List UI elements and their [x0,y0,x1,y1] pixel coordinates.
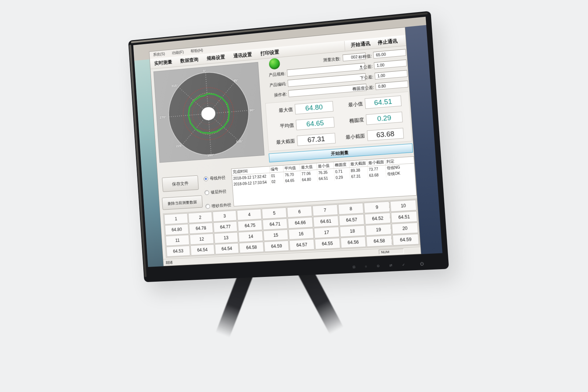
point-index: 4 [237,209,262,221]
screen: 系统(S) 功能(F) 帮助(H) 实时测量 数据查询 规格设置 通讯设置 打印… [133,17,442,267]
num-lock-indicator: NUM [379,249,404,255]
point-index: 9 [364,201,390,213]
menu-help[interactable]: 帮助(H) [190,48,203,54]
point-index: 1 [164,213,188,225]
polar-angle-90: 90° [250,108,255,112]
point-value: 64.71 [262,218,287,230]
client-area: 0° 45° 90° 135° 180° 225° 270° 315° 测量次数… [151,46,420,260]
monitor-bezel: 系统(S) 功能(F) 帮助(H) 实时测量 数据查询 规格设置 通讯设置 打印… [128,11,449,282]
product-code-label: 产品编码: [261,81,287,89]
point-index: 18 [340,225,366,237]
start-comm-button[interactable]: 开始通讯 [351,40,370,49]
polar-angle-180: 180° [207,153,214,157]
ovality-tolerance-input[interactable] [375,81,408,90]
history-table: 完成时间 编号 平均值 最大值 最小值 椭圆度 最大截面 最小截面 判定 [231,156,417,206]
cell-id: 02 [270,178,284,185]
polar-angle-135: 135° [236,139,243,143]
radio-sandblast-od[interactable]: 喷砂后外径 [205,202,232,209]
input-source-icon: ⇄ [389,264,392,267]
point-value: 64.58 [366,235,392,247]
point-value: 64.66 [288,217,313,229]
cell-min-section: 63.68 [368,171,386,178]
toolbar-spec-settings[interactable]: 规格设置 [207,54,225,62]
toolbar-realtime-measure[interactable]: 实时测量 [154,59,172,67]
polar-angle-0: 0° [203,68,206,73]
lower-tolerance-input[interactable] [374,70,408,79]
polar-chart: 0° 45° 90° 135° 180° 225° 270° 315° [153,62,264,163]
scene: 系统(S) 功能(F) 帮助(H) 实时测量 数据查询 规格设置 通讯设置 打印… [0,0,588,392]
cell-avg: 64.65 [284,177,301,184]
upper-tolerance-input[interactable] [374,60,407,69]
ovality-label: 椭圆度 [338,116,366,125]
menu-icon: ○ [365,265,367,268]
auto-adjust-icon: ⊙ [377,264,380,268]
point-index: 19 [365,224,391,236]
polar-angle-225: 225° [176,143,183,148]
results-panel: 最大值 64.80 最小值 64.51 平均值 64.65 椭圆度 0.29 [265,92,412,152]
max-section-value: 67.31 [297,133,336,146]
radio-plating-od[interactable]: 镀层外径 [204,189,226,195]
point-value: 64.52 [365,213,391,224]
point-index: 12 [190,234,214,245]
max-value-label: 最大值 [269,106,295,115]
point-value: 64.77 [213,221,238,232]
point-value: 64.57 [339,214,365,226]
monitor-stand-left-leg [216,269,254,338]
menu-system[interactable]: 系统(S) [153,51,165,58]
point-index: 15 [263,229,288,241]
radio-plating-od-label: 镀层外径 [211,189,226,195]
point-value: 64.54 [215,243,239,254]
point-value: 64.55 [315,238,340,250]
menu-function[interactable]: 功能(F) [172,50,184,56]
radio-dot-icon [204,177,208,182]
point-value: 64.57 [289,239,315,250]
save-file-button[interactable]: 保存文件 [162,175,199,192]
point-index: 10 [390,200,417,212]
delete-current-data-button[interactable]: 删除当前测量数据 [162,195,202,210]
point-value: 64.58 [239,242,264,253]
status-ready: 就绪 [165,260,173,266]
operator-label: 操作者: [262,92,287,99]
confirm-icon: ✓ [402,263,405,267]
point-index: 5 [262,207,287,219]
avg-value-label: 平均值 [270,122,296,130]
point-value: 64.59 [392,234,419,246]
toolbar-print-settings[interactable]: 打印设置 [260,49,279,57]
radio-sandblast-od-label: 喷砂后外径 [212,202,232,209]
avg-value: 64.65 [296,117,335,130]
polar-chart-svg [154,63,264,163]
point-index: 7 [312,204,338,216]
cell-max: 64.80 [301,176,318,183]
toolbar-data-query[interactable]: 数据查询 [180,56,198,64]
cell-max-section: 67.31 [350,172,368,179]
point-value: 64.78 [189,222,213,234]
point-index: 14 [239,231,263,242]
point-index: 2 [188,212,212,223]
cell-min: 64.51 [317,175,334,182]
max-section-label: 最大截面 [271,138,297,146]
monitor: 系统(S) 功能(F) 帮助(H) 实时测量 数据查询 规格设置 通讯设置 打印… [128,11,449,282]
point-value: 64.75 [238,220,263,231]
power-icon: ⏻ [420,262,424,266]
point-value: 64.59 [264,240,289,252]
point-index: 13 [214,232,239,243]
radio-busbar-od[interactable]: 母线外径 [204,175,226,182]
radio-dot-icon [204,190,209,195]
min-value: 64.51 [365,96,401,109]
point-index: 3 [212,210,237,222]
product-spec-label: 产品规格: [260,71,286,79]
min-section-value: 63.68 [367,128,404,141]
monitor-controls: ⊡ ○ ⊙ ⇄ ✓ ⏻ [352,262,424,269]
point-index: 6 [287,206,312,218]
ovality-value: 0.29 [366,112,403,125]
toolbar-comm-settings[interactable]: 通讯设置 [233,51,252,59]
radio-busbar-od-label: 母线外径 [210,175,226,182]
stop-comm-button[interactable]: 停止通讯 [377,38,398,46]
point-value: 64.51 [391,211,417,223]
brightness-icon: ⊡ [352,266,355,269]
cell-ovality: 0.29 [334,174,350,181]
nominal-input[interactable] [373,49,406,58]
polar-angle-270: 270° [159,115,166,119]
point-value: 64.61 [313,215,339,227]
polar-angle-45: 45° [233,78,239,82]
